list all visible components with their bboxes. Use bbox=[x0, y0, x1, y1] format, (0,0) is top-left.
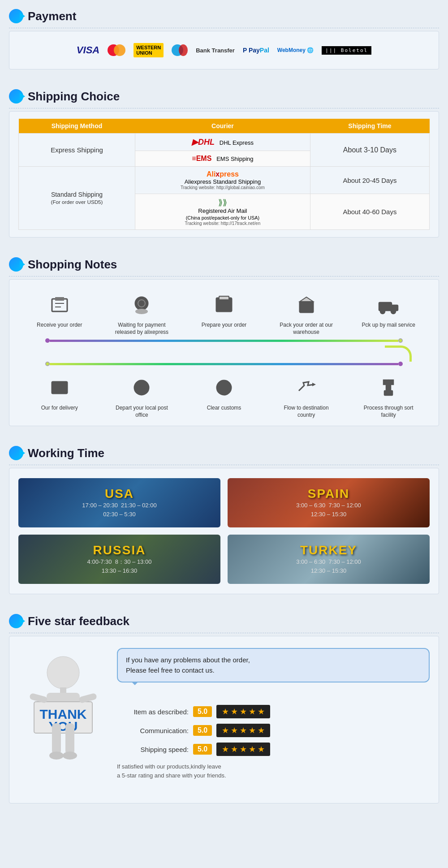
step-depart: Depart your local post office bbox=[112, 374, 171, 419]
svg-marker-27 bbox=[312, 383, 316, 386]
step-customs-label: Clear customs bbox=[207, 405, 241, 412]
depart-icon bbox=[128, 374, 155, 401]
bubble-text: If you have any problems about the order… bbox=[126, 656, 250, 674]
svg-rect-9 bbox=[219, 296, 229, 300]
step-process: Process through sort facility bbox=[359, 374, 418, 419]
rating-score-shipping: 5.0 bbox=[193, 744, 212, 755]
step-pack-label: Pack your order at our warehouse bbox=[277, 322, 336, 336]
feedback-note: If satisfied with our products,kindly le… bbox=[117, 762, 430, 780]
svg-rect-30 bbox=[386, 385, 391, 390]
payment-header: Payment bbox=[9, 4, 439, 26]
turkey-card: TURKEY 3:00 – 6:30 7:30 – 12:0012:30 – 1… bbox=[228, 535, 430, 584]
col-courier: Courier bbox=[135, 119, 310, 134]
progress-row1 bbox=[18, 336, 430, 345]
customs-icon bbox=[211, 374, 237, 401]
bank-transfer-logo: Bank Transfer bbox=[196, 47, 235, 54]
western-union-logo: WESTERNUNION bbox=[134, 43, 164, 57]
pickup-icon bbox=[375, 291, 402, 318]
step-pickup-label: Pck up by mail service bbox=[362, 322, 415, 329]
russia-times: 4:00-7:30 8：30 – 13:0013:30 – 16:30 bbox=[87, 557, 152, 576]
ali-tracking: Tracking website: http://global.cainiao.… bbox=[141, 185, 305, 190]
svg-rect-10 bbox=[220, 303, 224, 307]
pack-icon bbox=[293, 291, 320, 318]
ems-logo: ≡EMS bbox=[192, 155, 211, 162]
express-time: About 3-10 Days bbox=[310, 134, 429, 167]
svg-point-46 bbox=[63, 751, 77, 760]
rating-score-described: 5.0 bbox=[193, 706, 212, 717]
russia-content: RUSSIA 4:00-7:30 8：30 – 13:0013:30 – 16:… bbox=[87, 543, 152, 576]
shipping-card: Shipping Method Courier Shipping Time Ex… bbox=[9, 111, 439, 238]
step-flow: Flow to destination country bbox=[277, 374, 336, 419]
col-method: Shipping Method bbox=[19, 119, 135, 134]
step-payment-label: Waiting for payment released by alixepre… bbox=[112, 322, 171, 336]
russia-name: RUSSIA bbox=[87, 543, 152, 557]
curve-connector bbox=[18, 345, 430, 362]
svg-text:$: $ bbox=[140, 301, 143, 307]
dhl-logo: ▶DHL bbox=[192, 138, 215, 147]
mastercard-logo bbox=[108, 44, 125, 56]
table-row: Standard Shipping(For order over USD5) A… bbox=[19, 167, 430, 194]
ems-courier: ≡EMS EMS Shipping bbox=[135, 151, 310, 167]
col-time: Shipping Time bbox=[310, 119, 429, 134]
svg-point-45 bbox=[49, 751, 64, 760]
standard-method: Standard Shipping(For order over USD5) bbox=[19, 167, 135, 230]
working-card: USA 17:00 – 20:30 21:30 – 02:0002:30 – 5… bbox=[9, 468, 439, 594]
air-mail-courier: ⟫⟫ Registered Air Mail(China post/epacke… bbox=[135, 194, 310, 230]
express-method: Express Shipping bbox=[19, 134, 135, 167]
feedback-right: If you have any problems about the order… bbox=[117, 648, 430, 780]
shopping-title: Shopping Notes bbox=[28, 258, 117, 272]
step-receive-label: Receive your order bbox=[37, 322, 82, 329]
feedback-icon bbox=[9, 614, 23, 628]
step-depart-label: Depart your local post office bbox=[112, 405, 171, 419]
receive-icon bbox=[46, 291, 73, 318]
shipping-title: Shipping Choice bbox=[28, 90, 120, 104]
delivery-icon bbox=[46, 374, 73, 401]
dot3 bbox=[398, 362, 403, 366]
shopping-card: Receive your order $ Waiting for payment… bbox=[9, 279, 439, 426]
svg-rect-0 bbox=[52, 299, 67, 311]
feedback-card: THANK YOU If you have any problems about… bbox=[9, 636, 439, 803]
usa-name: USA bbox=[82, 487, 156, 501]
feedback-figure: THANK YOU bbox=[18, 648, 108, 791]
spain-card: SPAIN 3:00 – 6:30 7:30 – 12:0012:30 – 15… bbox=[228, 478, 430, 527]
step-delivery: Our for delivery bbox=[30, 374, 89, 412]
rating-score-communication: 5.0 bbox=[193, 725, 212, 736]
svg-point-19 bbox=[391, 309, 396, 314]
maestro-logo bbox=[172, 44, 188, 56]
dot2 bbox=[398, 338, 403, 343]
svg-rect-44 bbox=[65, 723, 74, 755]
svg-point-18 bbox=[380, 309, 385, 314]
flow-icon bbox=[293, 374, 320, 401]
payment-wait-icon: $ bbox=[128, 291, 155, 318]
russia-card: RUSSIA 4:00-7:30 8：30 – 13:0013:30 – 16:… bbox=[18, 535, 220, 584]
rating-label-shipping: Shipping speed: bbox=[117, 746, 189, 753]
ali-courier: Alixpress Aliexpress Standard Shipping T… bbox=[135, 167, 310, 194]
rating-label-communication: Communication: bbox=[117, 727, 189, 734]
spain-name: SPAIN bbox=[296, 487, 361, 501]
usa-times: 17:00 – 20:30 21:30 – 02:0002:30 – 5:30 bbox=[82, 501, 156, 520]
rating-row-communication: Communication: 5.0 ★ ★ ★ ★ ★ bbox=[117, 724, 430, 737]
step-flow-label: Flow to destination country bbox=[277, 405, 336, 419]
air-mail-tracking: Tracking website: http://17track.net/en bbox=[141, 221, 305, 226]
thank-you-figure: THANK YOU bbox=[21, 648, 106, 791]
svg-point-24 bbox=[140, 386, 143, 389]
process-icon bbox=[375, 374, 402, 401]
svg-rect-43 bbox=[52, 723, 61, 755]
air-mail-logo: ⟫⟫ bbox=[218, 198, 227, 207]
svg-point-6 bbox=[135, 309, 148, 314]
prepare-icon bbox=[211, 291, 237, 318]
table-row: Express Shipping ▶DHL DHL Express About … bbox=[19, 134, 430, 151]
shopping-header: Shopping Notes bbox=[9, 253, 439, 274]
rating-row-described: Item as described: 5.0 ★ ★ ★ ★ ★ bbox=[117, 705, 430, 718]
step-pickup: Pck up by mail service bbox=[359, 291, 418, 329]
step-receive: Receive your order bbox=[30, 291, 89, 329]
spain-times: 3:00 – 6:30 7:30 – 12:0012:30 – 15:30 bbox=[296, 501, 361, 520]
shopping-icon bbox=[9, 257, 23, 272]
speech-bubble: If you have any problems about the order… bbox=[117, 648, 430, 682]
stars-communication: ★ ★ ★ ★ ★ bbox=[216, 724, 270, 737]
progress2 bbox=[50, 363, 398, 365]
spain-content: SPAIN 3:00 – 6:30 7:30 – 12:0012:30 – 15… bbox=[296, 487, 361, 520]
svg-point-35 bbox=[47, 656, 79, 689]
stars-shipping: ★ ★ ★ ★ ★ bbox=[216, 743, 270, 756]
svg-rect-11 bbox=[226, 303, 229, 307]
